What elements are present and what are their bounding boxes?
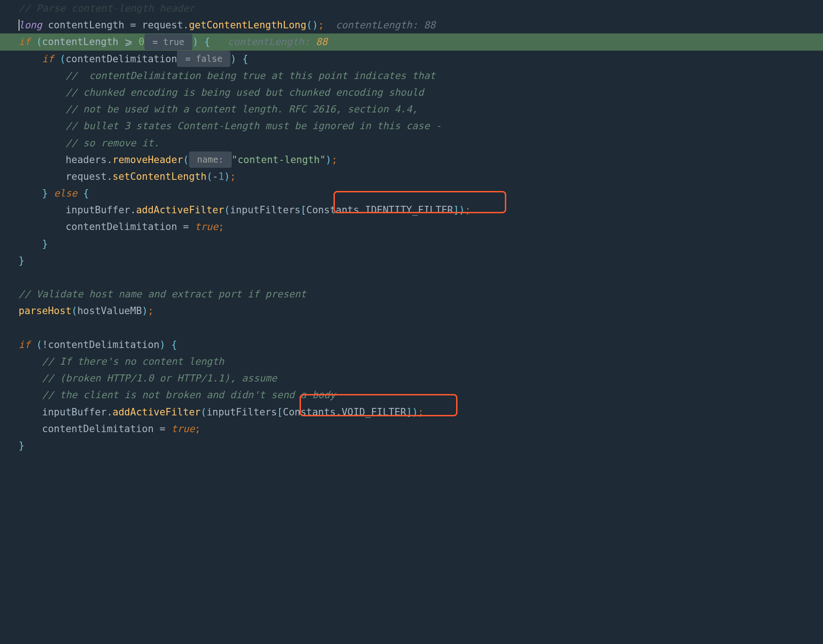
code-line[interactable]: headers.removeHeader( name: "content-len… — [0, 151, 823, 168]
string-literal: "content-length" — [232, 151, 326, 168]
code-line[interactable]: // Parse content-length header — [0, 0, 823, 17]
semicolon: ; — [218, 218, 224, 235]
inline-eval-badge: = false — [177, 51, 230, 67]
operator: = — [183, 218, 195, 235]
code-editor[interactable]: // Parse content-length header long cont… — [0, 0, 823, 454]
method-call[interactable]: removeHeader — [112, 151, 183, 168]
dot: . — [336, 404, 342, 421]
method-call[interactable]: setContentLength — [112, 168, 206, 185]
dot: . — [107, 151, 113, 168]
code-line[interactable]: } — [0, 252, 823, 269]
paren: ( — [54, 51, 65, 67]
identifier: contentDelimitation — [65, 218, 183, 235]
identifier: request — [142, 17, 183, 33]
code-line[interactable] — [0, 269, 823, 286]
code-line[interactable]: long contentLength = request.getContentL… — [0, 17, 823, 33]
class-ref[interactable]: Constants — [283, 404, 336, 421]
dot: . — [359, 202, 365, 218]
method-call[interactable]: parseHost — [19, 302, 72, 319]
code-line[interactable]: } — [0, 236, 823, 252]
identifier: contentDelimitation — [65, 51, 177, 67]
constant[interactable]: VOID_FILTER — [341, 404, 406, 421]
comment: // the client is not broken and didn't s… — [42, 387, 336, 403]
code-line[interactable]: if (!contentDelimitation) { — [0, 336, 823, 353]
semicolon: ; — [332, 151, 338, 168]
brace: { — [171, 336, 177, 353]
operator: = — [159, 421, 171, 437]
code-line[interactable]: // If there's no content length — [0, 353, 823, 370]
code-line[interactable]: inputBuffer.addActiveFilter(inputFilters… — [0, 404, 823, 421]
identifier: inputBuffer — [65, 202, 130, 218]
brace: } — [19, 437, 25, 454]
comment: // bullet 3 states Content-Length must b… — [65, 118, 441, 134]
number-literal: 1 — [218, 168, 224, 185]
identifier: contentLength — [42, 33, 124, 50]
brace: { — [204, 33, 210, 50]
paren: ) — [192, 33, 204, 50]
keyword-if: if — [19, 33, 30, 50]
constant[interactable]: IDENTITY_FILTER — [365, 202, 453, 218]
code-line[interactable]: // not be used with a content length. RF… — [0, 101, 823, 118]
brace: } — [42, 236, 48, 252]
operator: ! — [42, 336, 48, 353]
identifier: contentLength — [42, 17, 131, 33]
code-line[interactable]: // the client is not broken and didn't s… — [0, 387, 823, 403]
bracket: ] — [406, 404, 412, 421]
code-line[interactable]: // Validate host name and extract port i… — [0, 286, 823, 302]
paren: ) — [326, 151, 332, 168]
paren: ) — [224, 168, 230, 185]
code-line[interactable]: // (broken HTTP/1.0 or HTTP/1.1), assume — [0, 370, 823, 387]
paren: ( — [224, 202, 230, 218]
method-call[interactable]: getContentLengthLong — [189, 17, 307, 33]
code-line[interactable]: if (contentDelimitation = false ) { — [0, 51, 823, 67]
semicolon: ; — [195, 421, 201, 437]
method-call[interactable]: addActiveFilter — [136, 202, 224, 218]
paren: ( — [30, 33, 42, 50]
brace: { — [242, 51, 248, 67]
boolean-literal: true — [171, 421, 195, 437]
bracket: ] — [453, 202, 459, 218]
code-line[interactable]: contentDelimitation = true; — [0, 218, 823, 235]
paren: ) — [230, 51, 242, 67]
comment: // If there's no content length — [42, 353, 224, 370]
paren: ( — [207, 168, 213, 185]
code-line[interactable]: } — [0, 437, 823, 454]
identifier: contentDelimitation — [42, 421, 160, 437]
semicolon: ; — [418, 404, 424, 421]
code-line[interactable]: // contentDelimitation being true at thi… — [0, 67, 823, 84]
identifier: headers — [65, 151, 107, 168]
comment: // (broken HTTP/1.0 or HTTP/1.1), assume — [42, 370, 277, 387]
code-line[interactable]: inputBuffer.addActiveFilter(inputFilters… — [0, 202, 823, 218]
code-line[interactable] — [0, 320, 823, 336]
paren: ) — [159, 336, 171, 353]
comment: // contentDelimitation being true at thi… — [65, 67, 436, 84]
code-line[interactable]: // chunked encoding is being used but ch… — [0, 84, 823, 101]
inline-hint-value: 88 — [424, 17, 435, 33]
dot: . — [107, 168, 113, 185]
operator: - — [212, 168, 218, 185]
code-line-highlighted[interactable]: if (contentLength ⩾ 0 = true ) { content… — [0, 33, 823, 50]
class-ref[interactable]: Constants — [307, 202, 359, 218]
code-line[interactable]: request.setContentLength(-1); — [0, 168, 823, 185]
identifier: contentDelimitation — [48, 336, 159, 353]
inline-eval-badge: = true — [144, 34, 193, 50]
comment: // so remove it. — [65, 135, 159, 151]
method-call[interactable]: addActiveFilter — [112, 404, 201, 421]
comment: // Parse content-length header — [19, 0, 195, 17]
parens: () — [307, 17, 318, 33]
code-line[interactable]: // so remove it. — [0, 135, 823, 151]
number-literal: 0 — [138, 33, 144, 50]
code-line[interactable]: contentDelimitation = true; — [0, 421, 823, 437]
semicolon: ; — [318, 17, 324, 33]
inline-hint-value: 88 — [316, 33, 327, 50]
paren: ) — [412, 404, 418, 421]
paren: ) — [142, 302, 148, 319]
keyword-else: else — [48, 185, 83, 202]
identifier: inputFilters — [230, 202, 300, 218]
comment: // Validate host name and extract port i… — [19, 286, 307, 302]
identifier: hostValueMB — [77, 302, 142, 319]
code-line[interactable]: } else { — [0, 185, 823, 202]
code-line[interactable]: // bullet 3 states Content-Length must b… — [0, 118, 823, 134]
code-line[interactable]: parseHost(hostValueMB); — [0, 302, 823, 319]
brace: { — [83, 185, 89, 202]
